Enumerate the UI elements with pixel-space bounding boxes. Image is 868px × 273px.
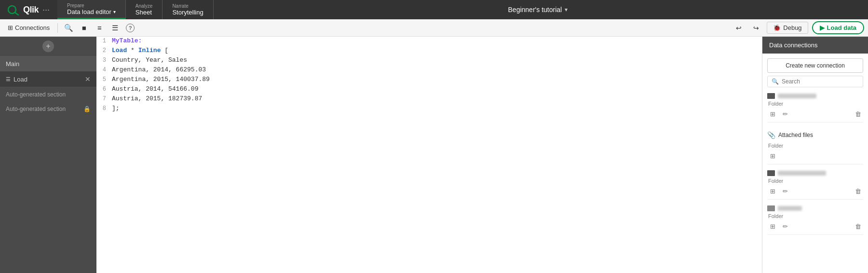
connection-item-attached: 📎 Attached files Folder ⊞: [767, 125, 863, 164]
trash-icon-3: 🗑: [855, 188, 861, 195]
code-editor[interactable]: 1 MyTable: 2 Load * Inline [ 3 Country, …: [96, 37, 762, 273]
attached-files-label: Attached files: [778, 132, 813, 138]
code-line-1: 1 MyTable:: [96, 37, 762, 46]
edit-icon-4: ✏: [783, 223, 788, 230]
qlik-logo[interactable]: Qlik: [6, 4, 39, 15]
delete-connection-button-4[interactable]: 🗑: [853, 221, 863, 232]
code-line-7: 7 Austria, 2015, 182739.87: [96, 95, 762, 104]
nav-data-load-editor: Data load editor ▾: [67, 8, 116, 15]
delete-connection-button-3[interactable]: 🗑: [853, 186, 863, 196]
paperclip-icon: 📎: [767, 131, 775, 139]
delete-connection-button-1[interactable]: 🗑: [853, 109, 863, 119]
help-icon: ?: [126, 24, 135, 32]
edit-icon-1: ✏: [783, 110, 788, 118]
connection-actions-4: ⊞ ✏ 🗑: [767, 221, 863, 232]
select-data-button-1[interactable]: ⊞: [767, 109, 778, 119]
select-data-button-3[interactable]: ⊞: [767, 186, 778, 196]
attached-folder-label: Folder: [767, 143, 863, 149]
select-data-icon-attached: ⊞: [770, 152, 775, 160]
nav-storytelling: Storytelling: [172, 9, 203, 16]
code-line-2: 2 Load * Inline [: [96, 46, 762, 56]
app-title-chevron-icon: ▾: [565, 6, 568, 13]
code-button[interactable]: ■: [77, 21, 91, 35]
load-icon: ☰: [6, 76, 11, 82]
sidebar-main-section[interactable]: Main: [0, 56, 96, 71]
nav-analyze-small: Analyze: [136, 3, 153, 9]
format-button-2[interactable]: ☰: [108, 21, 122, 35]
format-button-1[interactable]: ≡: [93, 21, 106, 35]
code-line-4: 4 Argentina, 2014, 66295.03: [96, 66, 762, 75]
main-layout: + Main ☰ Load ✕ Auto-generated section A…: [0, 37, 868, 273]
connections-icon: ⊞: [8, 24, 13, 31]
connection-label-3: Folder: [767, 178, 863, 184]
help-button[interactable]: ?: [123, 21, 137, 35]
debug-button[interactable]: 🐞 Debug: [767, 22, 808, 34]
create-new-connection-button[interactable]: Create new connection: [767, 58, 863, 73]
code-line-6: 6 Austria, 2014, 54166.09: [96, 85, 762, 95]
folder-icon-1: [767, 93, 775, 99]
connection-item-4: Folder ⊞ ✏ 🗑: [767, 203, 863, 235]
search-icon: 🔍: [64, 24, 73, 32]
attached-files-row: 📎 Attached files: [767, 128, 863, 142]
trash-icon-4: 🗑: [855, 223, 861, 230]
connection-actions-attached: ⊞: [767, 150, 863, 161]
format-icon-1: ≡: [97, 24, 102, 32]
bug-icon: 🐞: [773, 24, 781, 31]
redo-button[interactable]: ↪: [749, 21, 763, 35]
connection-name-4: [778, 206, 802, 211]
toolbar-right: ↩ ↪ 🐞 Debug ▶ Load data: [732, 21, 864, 35]
undo-icon: ↩: [736, 24, 742, 32]
sidebar-auto-section-1[interactable]: Auto-generated section: [0, 87, 96, 102]
qlik-logo-icon: [6, 4, 21, 15]
nav-app-title[interactable]: Beginner's tutorial ▾: [214, 6, 862, 14]
sidebar-auto-section-2[interactable]: Auto-generated section 🔒: [0, 102, 96, 116]
nav-narrate-small: Narrate: [172, 3, 203, 9]
undo-button[interactable]: ↩: [732, 21, 746, 35]
nav-analyze[interactable]: Analyze Sheet: [126, 0, 163, 19]
add-section-button[interactable]: +: [42, 41, 54, 52]
connections-button[interactable]: ⊞ Connections: [4, 21, 54, 35]
qlik-logo-text: Qlik: [23, 5, 39, 15]
nav-prepare[interactable]: Prepare Data load editor ▾: [57, 0, 126, 19]
select-data-button-4[interactable]: ⊞: [767, 221, 778, 232]
search-button[interactable]: 🔍: [62, 21, 75, 35]
code-line-5: 5 Argentina, 2015, 140037.89: [96, 75, 762, 85]
data-connections-body: Create new connection 🔍 Folder ⊞: [762, 54, 868, 240]
search-connections-icon: 🔍: [772, 78, 779, 85]
connection-actions-1: ⊞ ✏ 🗑: [767, 109, 863, 119]
edit-connection-button-4[interactable]: ✏: [780, 221, 790, 232]
search-connections-input[interactable]: [782, 78, 859, 85]
nav-narrate[interactable]: Narrate Storytelling: [163, 0, 213, 19]
chevron-down-icon: ▾: [113, 9, 116, 14]
play-icon: ▶: [820, 24, 825, 31]
sidebar-load-section[interactable]: ☰ Load ✕: [0, 71, 96, 87]
sidebar-load-left: ☰ Load: [6, 76, 27, 83]
left-sidebar: + Main ☰ Load ✕ Auto-generated section A…: [0, 37, 96, 273]
select-data-icon-1: ⊞: [770, 110, 775, 118]
select-data-icon-4: ⊞: [770, 223, 775, 230]
lock-icon: 🔒: [83, 106, 91, 112]
add-icon: +: [46, 42, 50, 51]
data-connections-panel: Data connections Create new connection 🔍…: [762, 37, 868, 273]
edit-icon-3: ✏: [783, 188, 788, 195]
nav-more-button[interactable]: ···: [42, 5, 50, 15]
select-data-button-attached[interactable]: ⊞: [767, 150, 778, 161]
edit-connection-button-1[interactable]: ✏: [780, 109, 790, 119]
code-icon: ■: [82, 25, 86, 31]
search-connections[interactable]: 🔍: [767, 76, 863, 87]
select-data-icon-3: ⊞: [770, 188, 775, 195]
close-section-icon[interactable]: ✕: [85, 75, 91, 83]
nav-prepare-small: Prepare: [67, 3, 116, 8]
folder-icon-3: [767, 170, 775, 176]
edit-connection-button-3[interactable]: ✏: [780, 186, 790, 196]
connection-name-1: [778, 94, 816, 98]
top-nav: Qlik ··· Prepare Data load editor ▾ Anal…: [0, 0, 868, 19]
toolbar: ⊞ Connections 🔍 ■ ≡ ☰ ? ↩ ↪ 🐞 Debug ▶ Lo…: [0, 19, 868, 37]
toolbar-separator-1: [57, 23, 58, 33]
connection-label-1: Folder: [767, 101, 863, 107]
folder-icon-4: [767, 205, 775, 211]
data-connections-header: Data connections: [762, 37, 868, 54]
format-icon-2: ☰: [112, 24, 118, 32]
load-data-button[interactable]: ▶ Load data: [812, 21, 864, 34]
redo-icon: ↪: [753, 24, 759, 32]
